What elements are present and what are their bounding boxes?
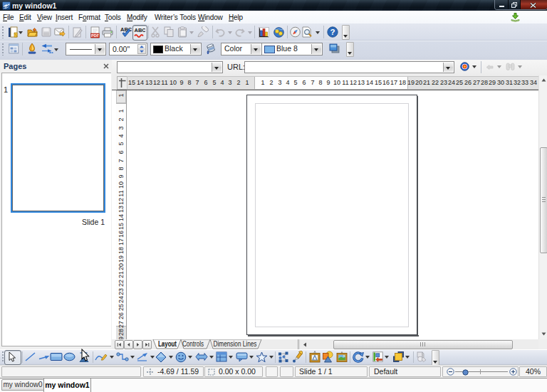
- svg-text:ABC: ABC: [135, 27, 146, 33]
- svg-text:PDF: PDF: [91, 33, 100, 38]
- svg-text:Layout: Layout: [158, 340, 177, 348]
- svg-text:Dimension Lines: Dimension Lines: [214, 340, 257, 348]
- svg-text:?: ?: [330, 28, 335, 36]
- svg-text:Controls: Controls: [182, 340, 204, 348]
